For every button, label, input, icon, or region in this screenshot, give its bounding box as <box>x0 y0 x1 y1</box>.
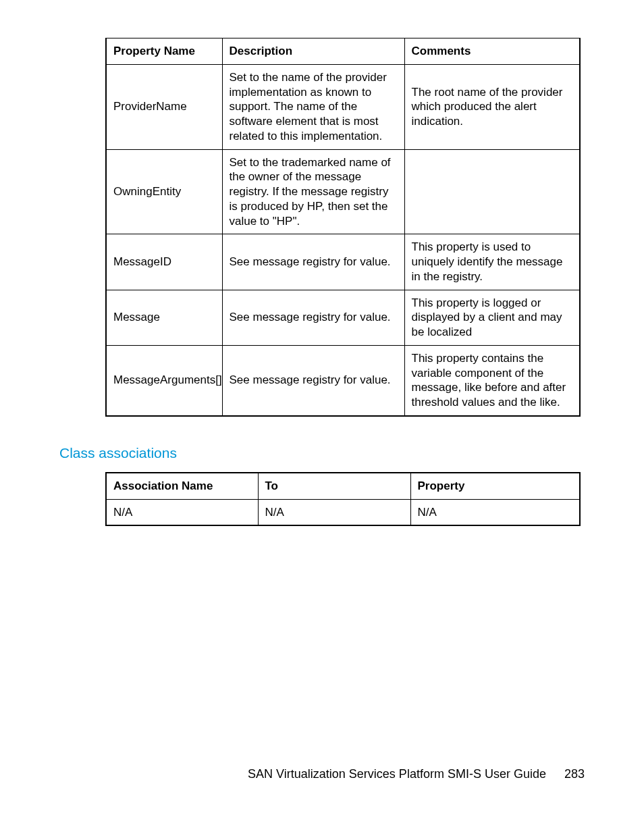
cell-desc: See message registry for value. <box>222 290 404 345</box>
section-heading: Class associations <box>59 445 585 461</box>
cell-prop: OwningEntity <box>106 149 222 234</box>
table-row: ProviderName Set to the name of the prov… <box>106 64 580 149</box>
cell-prop: Message <box>106 290 222 345</box>
page-footer: SAN Virtualization Services Platform SMI… <box>248 767 585 781</box>
page-number: 283 <box>564 767 585 781</box>
cell-desc: Set to the name of the provider implemen… <box>222 64 404 149</box>
table-row: MessageArguments[] See message registry … <box>106 345 580 416</box>
cell-assoc: N/A <box>106 499 258 525</box>
cell-prop: MessageID <box>106 234 222 290</box>
cell-comm: This property contains the variable comp… <box>404 345 580 416</box>
footer-title: SAN Virtualization Services Platform SMI… <box>248 767 546 781</box>
cell-prop: ProviderName <box>106 64 222 149</box>
cell-comm: This property is used to uniquely identi… <box>404 234 580 290</box>
th-property: Property <box>410 473 580 499</box>
cell-comm: The root name of the provider which prod… <box>404 64 580 149</box>
table-row: OwningEntity Set to the trademarked name… <box>106 149 580 234</box>
cell-desc: See message registry for value. <box>222 345 404 416</box>
th-description: Description <box>222 38 404 65</box>
th-property-name: Property Name <box>106 38 222 65</box>
cell-comm <box>404 149 580 234</box>
table-row: Message See message registry for value. … <box>106 290 580 345</box>
cell-comm: This property is logged or displayed by … <box>404 290 580 345</box>
cell-desc: Set to the trademarked name of the owner… <box>222 149 404 234</box>
cell-desc: See message registry for value. <box>222 234 404 290</box>
table-row: N/A N/A N/A <box>106 499 580 525</box>
th-to: To <box>258 473 410 499</box>
th-comments: Comments <box>404 38 580 65</box>
property-table: Property Name Description Comments Provi… <box>105 38 581 417</box>
association-table: Association Name To Property N/A N/A N/A <box>105 472 581 527</box>
cell-prop: MessageArguments[] <box>106 345 222 416</box>
th-association-name: Association Name <box>106 473 258 499</box>
cell-prop: N/A <box>410 499 580 525</box>
table-row: MessageID See message registry for value… <box>106 234 580 290</box>
cell-to: N/A <box>258 499 410 525</box>
